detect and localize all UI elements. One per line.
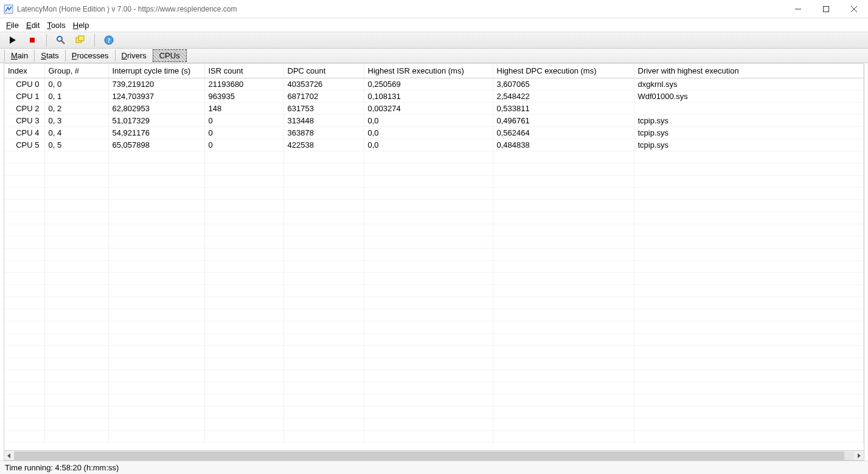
svg-point-7	[57, 36, 62, 41]
horizontal-scrollbar[interactable]	[4, 451, 864, 461]
data-grid[interactable]: Index Group, # Interrupt cycle time (s) …	[4, 64, 864, 451]
tab-stats[interactable]: Stats	[34, 50, 66, 61]
maximize-button[interactable]	[812, 0, 840, 18]
cell: 313448	[283, 115, 364, 127]
table-row	[4, 382, 864, 394]
table-row	[4, 224, 864, 236]
table-row	[4, 419, 864, 431]
cell: 51,017329	[108, 115, 204, 127]
cell: 40353726	[283, 78, 364, 91]
header-row[interactable]: Index Group, # Interrupt cycle time (s) …	[4, 64, 864, 78]
table-row	[4, 188, 864, 200]
scroll-left-button[interactable]	[4, 452, 14, 460]
window-controls	[784, 0, 868, 18]
svg-marker-14	[858, 453, 861, 458]
titlebar[interactable]: LatencyMon (Home Edition ) v 7.00 - http…	[0, 0, 868, 18]
cell: 65,057898	[108, 139, 204, 151]
col-interrupt[interactable]: Interrupt cycle time (s)	[108, 64, 204, 78]
menu-tools[interactable]: Tools	[47, 21, 65, 30]
help-button[interactable]: ?	[102, 33, 116, 47]
cell: 0, 3	[44, 115, 108, 127]
cell: 0	[204, 115, 283, 127]
minimize-button[interactable]	[784, 0, 812, 18]
svg-text:?: ?	[107, 36, 111, 44]
menu-help[interactable]: Help	[73, 21, 89, 30]
cell: 0, 4	[44, 127, 108, 139]
menu-edit[interactable]: Edit	[26, 21, 40, 30]
cell: 0, 0	[44, 78, 108, 91]
toolbar: ?	[0, 32, 868, 49]
cell: CPU 0	[4, 78, 44, 91]
col-driver[interactable]: Driver with highest execution	[634, 64, 864, 78]
cell: CPU 4	[4, 127, 44, 139]
scroll-right-button[interactable]	[854, 452, 864, 460]
cell	[634, 103, 864, 115]
table-row	[4, 346, 864, 358]
scroll-track[interactable]	[14, 452, 854, 460]
window-title: LatencyMon (Home Edition ) v 7.00 - http…	[17, 5, 237, 13]
stop-button[interactable]	[26, 33, 39, 47]
cell: tcpip.sys	[634, 139, 864, 151]
cell: 363878	[283, 127, 364, 139]
table-row	[4, 200, 864, 212]
col-index[interactable]: Index	[4, 64, 44, 78]
cell: 0, 2	[44, 103, 108, 115]
col-hisr[interactable]: Highest ISR execution (ms)	[364, 64, 493, 78]
table-row[interactable]: CPU 40, 454,92117603638780,00,562464tcpi…	[4, 127, 864, 139]
cell: 0, 5	[44, 139, 108, 151]
col-hdpc[interactable]: Highest DPC execution (ms)	[493, 64, 634, 78]
table-row[interactable]: CPU 00, 0739,21912021193680403537260,250…	[4, 78, 864, 91]
table-row	[4, 236, 864, 249]
cell: 6871702	[283, 91, 364, 103]
cell: 0,0	[364, 115, 493, 127]
table-row	[4, 285, 864, 297]
cell: 631753	[283, 103, 364, 115]
table-row	[4, 431, 864, 443]
col-group[interactable]: Group, #	[44, 64, 108, 78]
toolbar-separator	[94, 34, 95, 46]
table-row[interactable]: CPU 10, 1124,70393796393568717020,108131…	[4, 91, 864, 103]
cell: 3,607065	[493, 78, 634, 91]
search-button[interactable]	[54, 33, 68, 47]
cell: 0,0	[364, 139, 493, 151]
table-row	[4, 249, 864, 261]
cell: 0, 1	[44, 91, 108, 103]
table-row	[4, 407, 864, 419]
cell: 0,496761	[493, 115, 634, 127]
cell: CPU 2	[4, 103, 44, 115]
menu-file[interactable]: File	[6, 21, 19, 30]
table-row	[4, 273, 864, 285]
tab-cpus[interactable]: CPUs	[153, 49, 187, 62]
cell: 62,802953	[108, 103, 204, 115]
menubar: File Edit Tools Help	[0, 18, 868, 32]
cell: CPU 5	[4, 139, 44, 151]
table-row	[4, 370, 864, 382]
cell: 0	[204, 139, 283, 151]
table-row	[4, 261, 864, 273]
close-button[interactable]	[840, 0, 868, 18]
tab-drivers[interactable]: Drivers	[115, 50, 153, 61]
col-isr[interactable]: ISR count	[204, 64, 283, 78]
cell: CPU 1	[4, 91, 44, 103]
table-row[interactable]: CPU 20, 262,8029531486317530,0032740,533…	[4, 103, 864, 115]
cell: 963935	[204, 91, 283, 103]
scroll-thumb[interactable]	[14, 452, 844, 460]
play-button[interactable]	[6, 33, 19, 47]
table-row[interactable]: CPU 50, 565,05789804225380,00,484838tcpi…	[4, 139, 864, 151]
windows-button[interactable]	[74, 33, 87, 47]
table-row	[4, 176, 864, 188]
tab-processes[interactable]: Processes	[65, 50, 116, 61]
cell: 0,484838	[493, 139, 634, 151]
content-area: Index Group, # Interrupt cycle time (s) …	[4, 63, 864, 461]
col-dpc[interactable]: DPC count	[283, 64, 364, 78]
table-row	[4, 321, 864, 334]
tab-main[interactable]: Main	[4, 50, 35, 61]
cell: 0,003274	[364, 103, 493, 115]
svg-marker-13	[7, 453, 10, 458]
table-row[interactable]: CPU 30, 351,01732903134480,00,496761tcpi…	[4, 115, 864, 127]
svg-rect-2	[824, 6, 829, 12]
cell: 54,921176	[108, 127, 204, 139]
cell: 739,219120	[108, 78, 204, 91]
table-row	[4, 309, 864, 321]
cell: 148	[204, 103, 283, 115]
